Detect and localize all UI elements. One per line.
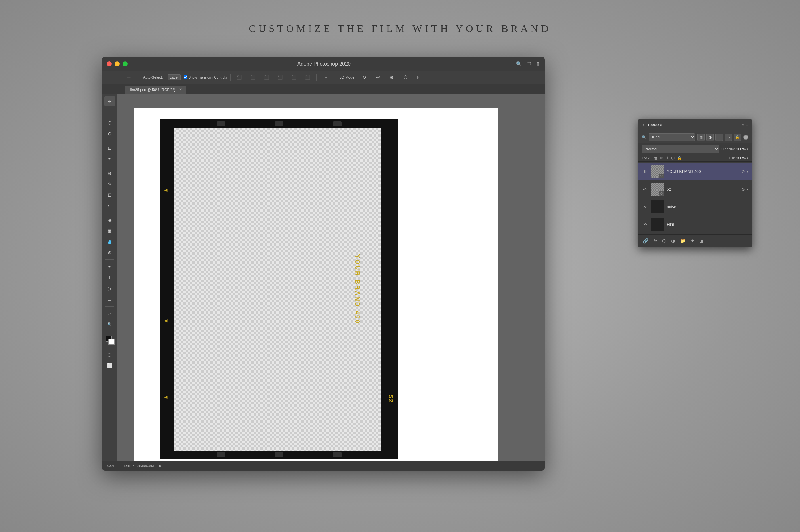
- doc-tab-close[interactable]: ✕: [179, 88, 182, 92]
- redo-btn[interactable]: ⊕: [386, 73, 397, 82]
- zoom-level: 50%: [107, 464, 114, 468]
- delete-layer-btn[interactable]: 🗑: [698, 238, 705, 245]
- auto-select-dropdown[interactable]: Layer: [168, 74, 181, 80]
- lock-position-btn[interactable]: ✛: [666, 156, 669, 160]
- shape-tool[interactable]: ▭: [105, 294, 115, 304]
- opacity-value[interactable]: 100%: [736, 147, 746, 151]
- layer-2-expand-icon[interactable]: ▾: [747, 187, 748, 191]
- layers-bottom-toolbar: 🔗 fx ⬡ ◑ 📁 + 🗑: [638, 234, 752, 247]
- gradient-tool[interactable]: ▦: [105, 226, 115, 236]
- link-layers-btn[interactable]: 🔗: [642, 237, 650, 245]
- photoshop-window: Adobe Photoshop 2020 🔍 ⬚ ⬆ ⌂ ✛ Auto-Sele…: [102, 57, 545, 471]
- filter-pixel-btn[interactable]: ▦: [697, 134, 705, 141]
- filter-kind-select[interactable]: Kind: [649, 133, 695, 141]
- align-center-h-btn[interactable]: ⬛: [248, 73, 258, 82]
- close-button[interactable]: [107, 61, 112, 66]
- share-icon[interactable]: ⬆: [536, 61, 540, 67]
- lock-artboard-btn[interactable]: ⬡: [671, 156, 675, 160]
- healing-tool[interactable]: ⊕: [105, 168, 115, 178]
- color-swatches[interactable]: [105, 335, 115, 345]
- new-group-btn[interactable]: 📁: [679, 237, 687, 245]
- minimize-button[interactable]: [115, 61, 120, 66]
- eraser-tool[interactable]: ◈: [105, 215, 115, 225]
- blend-mode-select[interactable]: Normal: [642, 145, 719, 153]
- opacity-chevron: ▾: [747, 147, 748, 151]
- background-color[interactable]: [108, 339, 115, 345]
- layer-mask-btn[interactable]: ⬡: [661, 237, 667, 245]
- layers-collapse-btn[interactable]: «: [742, 123, 744, 127]
- layers-close-btn[interactable]: ✕: [642, 123, 645, 127]
- lock-image-btn[interactable]: ✏: [660, 156, 663, 160]
- adjustment-layer-btn[interactable]: ◑: [670, 237, 676, 245]
- filter-adjustment-btn[interactable]: ◑: [706, 134, 714, 141]
- show-transform-checkbox[interactable]: Show Transform Controls: [184, 75, 227, 79]
- screen-mode-btn[interactable]: ⬜: [105, 360, 115, 370]
- search-icon[interactable]: 🔍: [516, 61, 522, 67]
- film-arrow-top: ▼: [163, 188, 169, 193]
- select-rect-tool[interactable]: ⬚: [105, 107, 115, 117]
- layer-item-52[interactable]: 👁 ⬡ 52 ⊙ ▾: [638, 180, 752, 198]
- path-select-tool[interactable]: ▷: [105, 284, 115, 293]
- align-center-v-btn[interactable]: ⬛: [289, 73, 299, 82]
- layer-1-link-icon[interactable]: ⊙: [742, 169, 745, 174]
- filter-toggle[interactable]: [743, 135, 748, 140]
- layer-3-visibility[interactable]: 👁: [642, 204, 648, 210]
- status-sep1: |: [118, 464, 119, 468]
- film-checkered: [174, 128, 381, 451]
- filter-shape-btn[interactable]: ▭: [725, 134, 732, 141]
- fill-label: Fill:: [729, 156, 735, 160]
- layer-item-noise[interactable]: 👁 noise: [638, 198, 752, 215]
- layer-4-visibility[interactable]: 👁: [642, 221, 648, 227]
- dodge-tool[interactable]: ⊗: [105, 248, 115, 257]
- fill-value[interactable]: 100%: [736, 156, 746, 160]
- layer-1-visibility[interactable]: 👁: [642, 168, 648, 175]
- new-layer-btn[interactable]: +: [690, 237, 695, 245]
- status-arrow[interactable]: ▶: [159, 464, 162, 468]
- move-tool-btn[interactable]: ✛: [124, 73, 134, 82]
- blur-tool[interactable]: 💧: [105, 237, 115, 246]
- zoom-tool[interactable]: 🔍: [105, 320, 115, 329]
- brush-tool[interactable]: ✎: [105, 179, 115, 189]
- layer-2-visibility[interactable]: 👁: [642, 186, 648, 192]
- layer-3-name: noise: [667, 205, 748, 209]
- doc-tab[interactable]: film25.psd @ 50% (RGB/8*)* ✕: [125, 86, 186, 94]
- more-options-btn[interactable]: ···: [320, 73, 331, 82]
- layer-item-film[interactable]: 👁 Film: [638, 215, 752, 233]
- quick-mask-btn[interactable]: ⬚: [105, 350, 115, 359]
- filter-type-btn[interactable]: T: [715, 134, 723, 141]
- extra-btn[interactable]: ⬡: [400, 73, 411, 82]
- align-top-btn[interactable]: ⬛: [275, 73, 286, 82]
- traffic-lights: [107, 61, 128, 66]
- type-tool[interactable]: T: [105, 273, 115, 282]
- history-brush-tool[interactable]: ↩: [105, 201, 115, 210]
- align-bottom-btn[interactable]: ⬛: [302, 73, 313, 82]
- move-tool[interactable]: ✛: [105, 96, 115, 106]
- sep4: [316, 74, 317, 81]
- clone-tool[interactable]: ⊟: [105, 190, 115, 200]
- rotate-btn[interactable]: ↺: [359, 73, 370, 82]
- align-right-btn[interactable]: ⬛: [261, 73, 272, 82]
- maximize-button[interactable]: [123, 61, 128, 66]
- lasso-tool[interactable]: ⬡: [105, 118, 115, 128]
- layer-effects-btn[interactable]: fx: [652, 238, 658, 244]
- layer-2-link-icon[interactable]: ⊙: [742, 187, 745, 191]
- undo-btn[interactable]: ↩: [373, 73, 384, 82]
- pen-tool[interactable]: ✒: [105, 262, 115, 272]
- window-icon[interactable]: ⬚: [526, 61, 531, 67]
- quick-select-tool[interactable]: ⊙: [105, 129, 115, 138]
- align-left-btn[interactable]: ⬛: [234, 73, 245, 82]
- transform-checkbox-input[interactable]: [184, 75, 187, 79]
- layer-1-expand-icon[interactable]: ▾: [747, 170, 748, 174]
- crop-tool[interactable]: ⊡: [105, 143, 115, 153]
- extra2-btn[interactable]: ⊡: [414, 73, 424, 82]
- layers-menu-btn[interactable]: ≡: [746, 122, 748, 128]
- home-btn[interactable]: ⌂: [106, 73, 116, 82]
- hand-tool[interactable]: ☞: [105, 309, 115, 319]
- sprocket-hole: [333, 121, 341, 127]
- lock-transparent-btn[interactable]: ▦: [654, 156, 657, 160]
- filter-smart-btn[interactable]: 🔒: [733, 134, 741, 141]
- sprocket-hole: [275, 121, 283, 127]
- lock-all-btn[interactable]: 🔒: [677, 156, 682, 160]
- layer-item-yourbrand400[interactable]: 👁 ⬡ YOUR BRAND 400 ⊙ ▾: [638, 163, 752, 180]
- eyedropper-tool[interactable]: ✒: [105, 154, 115, 164]
